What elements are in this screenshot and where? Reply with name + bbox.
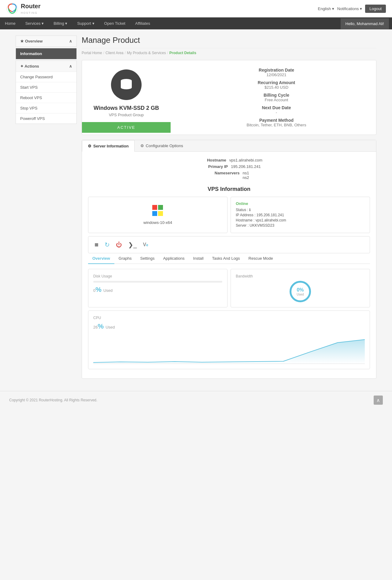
nav-right: Hello, Mohammad Ali! [341,21,392,26]
vps-actions-bar: ■ ↻ ⏻ ❯_ Ve [88,236,370,253]
product-name: Windows KVM-SSD 2 GB [91,105,161,111]
breadcrumb: Portal Home / Client Area / My Products … [82,51,376,55]
nav-item-support[interactable]: Support ▾ [72,17,99,29]
sidebar-item-change-password[interactable]: Change Password [16,72,76,82]
nav-item-open-ticket[interactable]: Open Ticket [99,17,130,29]
windows-logo [152,205,163,216]
win-green [158,205,163,210]
sub-tabs: Overview Graphs Settings Applications In… [88,253,370,264]
breadcrumb-current: Product Details [169,51,196,55]
header-right: English ▾ Notifications ▾ Logout [318,5,386,13]
vps-status-card: Online Status : ℹ IP Address : 195.206.1… [231,197,370,233]
payment-method-label: Payment Method [186,118,367,123]
main-content: Manage Product Portal Home / Client Area… [82,35,376,379]
vps-hostname-row: Hostname : vps1.alirahebi.com [236,218,365,222]
sidebar-item-stop-vps[interactable]: Stop VPS [16,103,76,113]
vps-info-title: VPS Information [88,186,370,192]
cpu-used-label: Used [105,325,115,329]
sidebar-actions-header[interactable]: ✦ Actions ∧ [16,61,76,72]
ve-icon[interactable]: Ve [143,242,148,247]
hostname-label: Hostname [196,158,226,162]
product-card: Windows KVM-SSD 2 GB VPS Product Group A… [82,60,376,135]
billing-cycle-value: Free Account [186,98,367,102]
sub-tab-settings[interactable]: Settings [136,253,159,264]
next-due-block: Next Due Date - [186,105,367,115]
svg-point-5 [121,86,132,89]
server-info-table: Hostname vps1.alirahebi.com Primary IP 1… [88,158,370,180]
breadcrumb-portal-home[interactable]: Portal Home [82,51,102,55]
metrics-grid: Disk Usage 0% Used Bandwidth [88,269,370,307]
nav-greeting[interactable]: Hello, Mohammad Ali! [341,18,389,29]
server-icon: ⚙ [88,144,91,148]
terminal-icon[interactable]: ❯_ [128,241,137,248]
reg-date-block: Registration Date 12/06/2021 [186,68,367,77]
bandwidth-card: Bandwidth 0% Used [231,269,370,307]
power-icon[interactable]: ⏻ [116,241,122,248]
nav-item-affiliates[interactable]: Affiliates [130,17,155,29]
restart-icon[interactable]: ↻ [105,241,110,248]
svg-marker-6 [93,340,365,364]
win-blue [152,211,157,216]
disk-value: 0% Used [93,286,222,294]
win-red [152,205,157,210]
sub-tab-tasks-logs[interactable]: Tasks And Logs [208,253,244,264]
sub-tab-rescue-mode[interactable]: Rescue Mode [244,253,277,264]
cpu-label: CPU [93,316,365,320]
product-icon [111,69,142,100]
tab-server-info[interactable]: ⚙ Server Information [82,140,135,152]
recurring-block: Recurring Amount $215.40 USD [186,80,367,90]
primary-ip-value: 195.206.181.241 [231,164,261,169]
sidebar-item-start-vps[interactable]: Start VPS [16,82,76,92]
database-icon [119,77,134,92]
stop-icon[interactable]: ■ [94,241,98,249]
bandwidth-used: Used [297,293,304,296]
reg-date-label: Registration Date [186,68,367,72]
nav-item-services[interactable]: Services ▾ [20,17,49,29]
bandwidth-pct: 0% [297,287,304,293]
logo-icon [6,2,18,15]
product-left: Windows KVM-SSD 2 GB VPS Product Group A… [82,60,171,135]
cpu-pct: 26% [93,322,105,330]
tab-configurable-options[interactable]: ⚙ Configurable Options [135,140,189,151]
disk-bar [93,281,222,283]
language-selector[interactable]: English ▾ [318,6,334,11]
nav-item-home[interactable]: Home [0,17,20,29]
reg-date-value: 12/06/2021 [186,72,367,77]
hostname-row: Hostname vps1.alirahebi.com [88,158,370,162]
ip-row: IP Address : 195.206.181.241 [236,213,365,217]
sub-tab-overview[interactable]: Overview [88,253,114,264]
logo: Router HOSTING [6,2,40,15]
sidebar-item-poweroff-vps[interactable]: Poweroff VPS [16,113,76,124]
os-name: windows-10-x64 [143,220,172,225]
primary-ip-row: Primary IP 195.206.181.241 [88,164,370,169]
scroll-top-button[interactable]: ∧ [374,396,383,405]
status-info-icon: ℹ [249,208,251,212]
billing-cycle-label: Billing Cycle [186,93,367,98]
product-group: VPS Product Group [91,113,161,117]
cpu-card: CPU 26% Used [88,310,370,369]
server-row: Server : UKKVMSSD23 [236,223,365,228]
product-details: Registration Date 12/06/2021 Recurring A… [177,60,376,135]
payment-method-block: Payment Method Bitcoin, Tether, ETH, BNB… [186,118,367,127]
breadcrumb-products[interactable]: My Products & Services [127,51,166,55]
sidebar-information-header[interactable]: Information [16,48,76,59]
footer-copyright: Copyright © 2021 RouterHosting. All Righ… [9,398,97,402]
sidebar-item-reboot-vps[interactable]: Reboot VPS [16,92,76,103]
tabs-content: Hostname vps1.alirahebi.com Primary IP 1… [82,152,376,378]
config-icon: ⚙ [140,143,144,148]
disk-pct: 0% [93,286,103,293]
nav-item-billing[interactable]: Billing ▾ [49,17,72,29]
status-row: Status : ℹ [236,208,365,212]
page-layout: ★ Overview ∧ Information ✦ Actions ∧ Cha… [13,35,379,379]
sub-tab-graphs[interactable]: Graphs [114,253,136,264]
notifications-link[interactable]: Notifications ▾ [337,6,362,11]
sub-tab-applications[interactable]: Applications [159,253,189,264]
breadcrumb-client-area[interactable]: Client Area [105,51,124,55]
sub-tab-install[interactable]: Install [189,253,208,264]
logout-button[interactable]: Logout [365,5,386,13]
cpu-chart-svg [93,333,365,364]
sidebar-overview-header[interactable]: ★ Overview ∧ [16,36,76,46]
bandwidth-label: Bandwidth [236,274,253,278]
footer: Copyright © 2021 RouterHosting. All Righ… [0,391,392,409]
disk-label: Disk Usage [93,274,222,278]
